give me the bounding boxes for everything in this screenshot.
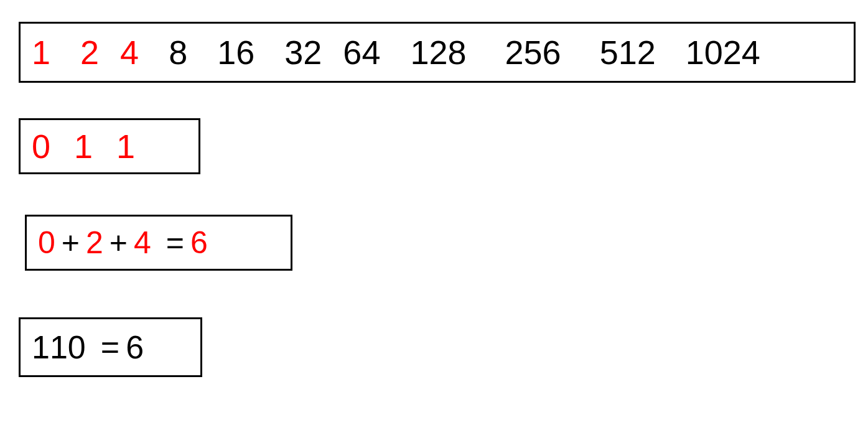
decimal-value: 6 — [126, 329, 144, 366]
pow-8: 8 — [169, 33, 187, 72]
sum-expression-box: 0 + 2 + 4 = 6 — [25, 215, 292, 271]
binary-bits-box: 0 1 1 — [19, 118, 200, 174]
bit-2: 1 — [116, 127, 135, 166]
pow-1024: 1024 — [686, 33, 760, 72]
equals-2: = — [101, 329, 119, 366]
addend-a: 0 — [38, 225, 55, 261]
plus-2: + — [110, 225, 128, 261]
pow-512: 512 — [600, 33, 656, 72]
pow-1: 1 — [32, 33, 50, 72]
addend-b: 2 — [86, 225, 103, 261]
conversion-box: 110 = 6 — [19, 317, 202, 377]
pow-2: 2 — [80, 33, 99, 72]
binary-value: 110 — [32, 329, 86, 366]
addend-c: 4 — [134, 225, 151, 261]
equals-1: = — [166, 225, 184, 261]
pow-32: 32 — [284, 33, 322, 72]
bit-0: 0 — [32, 127, 50, 166]
sum-result: 6 — [190, 225, 208, 261]
pow-128: 128 — [410, 33, 466, 72]
pow-16: 16 — [217, 33, 254, 72]
powers-of-two-box: 1 2 4 8 16 32 64 128 256 512 1024 — [19, 22, 856, 83]
diagram-canvas: 1 2 4 8 16 32 64 128 256 512 1024 0 1 1 … — [0, 0, 868, 425]
bit-1: 1 — [74, 127, 93, 166]
pow-64: 64 — [343, 33, 380, 72]
plus-1: + — [62, 225, 80, 261]
pow-256: 256 — [505, 33, 561, 72]
pow-4: 4 — [120, 33, 139, 72]
